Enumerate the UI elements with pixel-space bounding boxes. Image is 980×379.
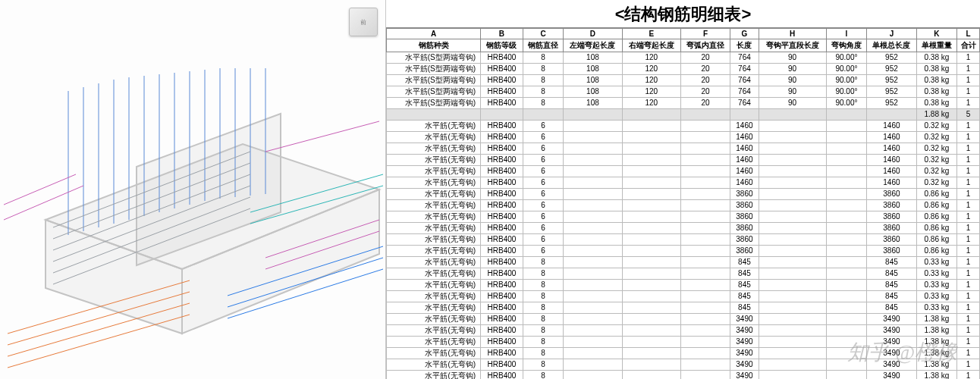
cell[interactable] [680,109,730,121]
col-letter[interactable]: J [867,29,916,39]
col-letter[interactable]: F [680,29,730,39]
cell[interactable]: 90.00° [826,98,867,109]
cell[interactable] [759,109,826,121]
cell[interactable] [680,246,730,257]
cell[interactable] [564,200,622,211]
cell[interactable] [759,359,826,371]
cell[interactable] [622,337,680,348]
cell[interactable] [680,348,730,359]
cell[interactable]: 0.32 kg [916,143,957,155]
cell[interactable]: 1.38 kg [916,325,957,337]
cell[interactable] [680,143,730,155]
cell[interactable]: 水平筋(无弯钩) [387,177,481,189]
cell[interactable]: HRB400 [481,143,523,155]
cell[interactable]: 8 [523,337,564,348]
cell[interactable]: 108 [564,75,622,86]
cell[interactable]: 水平筋(S型两端弯钩) [387,75,481,86]
cell[interactable]: 3860 [867,200,916,211]
cell[interactable]: 764 [730,98,759,109]
cell[interactable] [826,223,867,234]
col-header[interactable]: 弯弧内直径 [680,39,730,52]
col-header[interactable]: 长度 [730,39,759,52]
cell[interactable]: 120 [622,64,680,75]
cell[interactable]: 3860 [867,211,916,223]
cell[interactable]: 6 [523,189,564,200]
col-header[interactable]: 左端弯起长度 [564,39,622,52]
cell[interactable]: 3860 [867,223,916,234]
cell[interactable] [564,268,622,280]
cell[interactable]: 1 [957,143,980,155]
cell[interactable]: 20 [680,64,730,75]
col-letter[interactable]: B [481,29,523,39]
cell[interactable]: HRB400 [481,348,523,359]
cell[interactable]: 1460 [867,166,916,177]
cell[interactable]: 120 [622,52,680,64]
cell[interactable]: 8 [523,52,564,64]
cell[interactable] [680,155,730,166]
cell[interactable] [622,177,680,189]
cell[interactable] [622,223,680,234]
cell[interactable]: 90 [759,75,826,86]
cell[interactable]: 952 [867,86,916,98]
cell[interactable] [622,132,680,143]
cell[interactable]: HRB400 [481,132,523,143]
cell[interactable] [622,166,680,177]
cell[interactable]: 0.38 kg [916,64,957,75]
cell[interactable] [680,337,730,348]
table-row[interactable]: 水平筋(S型两端弯钩)HRB4008108120207649090.00°952… [387,64,980,75]
cell[interactable]: 1 [957,200,980,211]
cell[interactable]: 8 [523,75,564,86]
cell[interactable] [564,257,622,268]
model-viewport[interactable]: 前 [0,0,386,379]
cell[interactable]: 1460 [730,121,759,132]
cell[interactable]: 8 [523,280,564,291]
cell[interactable]: 0.32 kg [916,177,957,189]
cell[interactable]: HRB400 [481,64,523,75]
cell[interactable]: 5 [957,109,980,121]
cell[interactable]: 845 [730,257,759,268]
cell[interactable] [564,109,622,121]
cell[interactable]: 90 [759,64,826,75]
cell[interactable]: 90.00° [826,86,867,98]
cell[interactable] [680,325,730,337]
cell[interactable] [564,211,622,223]
cell[interactable]: 1 [957,98,980,109]
cell[interactable] [564,121,622,132]
cell[interactable]: 90.00° [826,75,867,86]
cell[interactable] [564,371,622,380]
cell[interactable]: HRB400 [481,223,523,234]
cell[interactable] [759,348,826,359]
cell[interactable]: 108 [564,98,622,109]
cell[interactable]: 1.38 kg [916,359,957,371]
cell[interactable]: 1460 [867,143,916,155]
table-row[interactable]: 水平筋(无弯钩)HRB4006146014600.32 kg1 [387,155,980,166]
table-row[interactable]: 水平筋(无弯钩)HRB40088458450.33 kg1 [387,268,980,280]
cell[interactable] [826,200,867,211]
cell[interactable]: 3860 [867,234,916,246]
cell[interactable]: 1460 [867,155,916,166]
cell[interactable]: 水平筋(S型两端弯钩) [387,86,481,98]
cell[interactable]: 20 [680,75,730,86]
cell[interactable]: 108 [564,64,622,75]
cell[interactable]: 3490 [867,314,916,325]
cell[interactable]: 0.86 kg [916,211,957,223]
cell[interactable] [759,280,826,291]
cell[interactable]: HRB400 [481,371,523,380]
cell[interactable]: 3490 [730,359,759,371]
cell[interactable]: 952 [867,75,916,86]
cell[interactable] [680,234,730,246]
cell[interactable] [759,200,826,211]
cell[interactable] [564,348,622,359]
cell[interactable]: 845 [867,257,916,268]
cell[interactable]: 1.38 kg [916,348,957,359]
cell[interactable]: 6 [523,121,564,132]
table-row[interactable]: 水平筋(无弯钩)HRB4008349034901.38 kg1 [387,359,980,371]
cell[interactable] [867,109,916,121]
cell[interactable]: 1 [957,223,980,234]
cell[interactable]: 90 [759,52,826,64]
cell[interactable]: 水平筋(无弯钩) [387,302,481,314]
cell[interactable]: HRB400 [481,121,523,132]
cell[interactable]: 8 [523,291,564,302]
table-row[interactable]: 水平筋(S型两端弯钩)HRB4008108120207649090.00°952… [387,86,980,98]
table-row[interactable]: 水平筋(无弯钩)HRB4006146014600.32 kg1 [387,132,980,143]
